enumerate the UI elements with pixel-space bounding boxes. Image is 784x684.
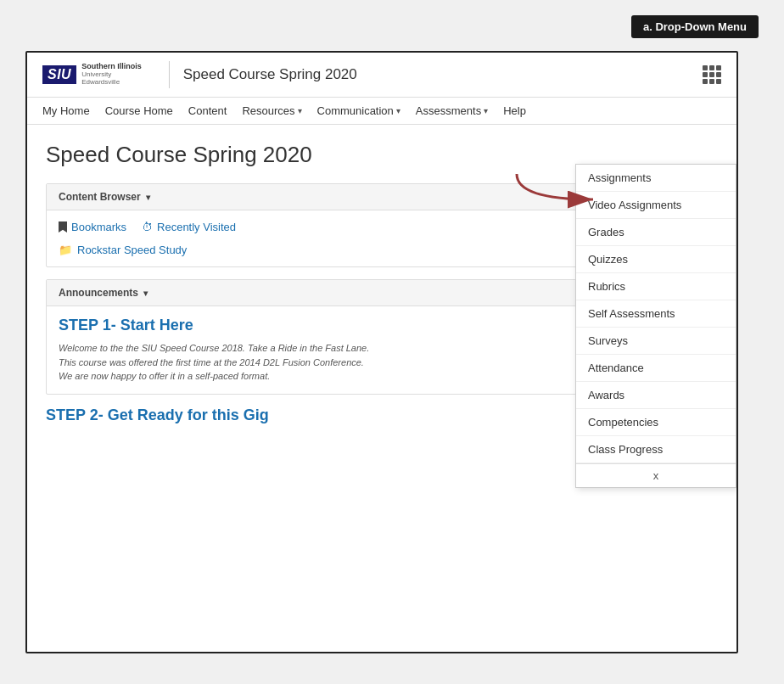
nav-communication-label: Communication — [317, 104, 394, 117]
content-area: Speed Course Spring 2020 Content Browser… — [27, 125, 736, 441]
nav-resources[interactable]: Resources ▾ — [242, 104, 301, 117]
dropdown-item-surveys[interactable]: Surveys — [576, 328, 736, 355]
grid-dot — [703, 72, 708, 77]
dropdown-item-class-progress[interactable]: Class Progress — [576, 436, 736, 463]
annotation-label: a. Drop-Down Menu — [631, 15, 759, 38]
grid-dot — [709, 65, 714, 70]
dropdown-item-rubrics[interactable]: Rubrics — [576, 273, 736, 300]
dropdown-item-quizzes[interactable]: Quizzes — [576, 246, 736, 273]
dropdown-item-self-assessments[interactable]: Self Assessments — [576, 300, 736, 328]
chevron-down-icon: ▾ — [143, 289, 148, 298]
university-location: Edwardsville — [81, 79, 142, 87]
siu-block: SIU — [42, 65, 76, 84]
recently-visited-icon: ⏱ — [142, 221, 153, 233]
chevron-down-icon: ▾ — [484, 106, 488, 115]
chevron-down-icon: ▾ — [298, 106, 302, 115]
header-divider — [169, 61, 170, 88]
dropdown-item-awards[interactable]: Awards — [576, 382, 736, 409]
grid-dot — [709, 72, 714, 77]
grid-dot — [703, 65, 708, 70]
nav-my-home[interactable]: My Home — [42, 104, 90, 117]
chevron-down-icon: ▾ — [396, 106, 400, 115]
siu-text-block: Southern Illinois University Edwardsvill… — [81, 63, 142, 86]
dropdown-close-button[interactable]: x — [576, 463, 736, 487]
folder-icon: 📁 — [59, 244, 72, 256]
browser-frame: SIU Southern Illinois University Edwards… — [25, 51, 738, 653]
arrow-annotation — [508, 165, 610, 216]
nav-assessments-label: Assessments — [416, 104, 481, 117]
siu-logo: SIU Southern Illinois University Edwards… — [42, 63, 142, 86]
nav-bar: My Home Course Home Content Resources ▾ … — [27, 98, 736, 125]
nav-help[interactable]: Help — [503, 104, 526, 117]
grid-dot — [716, 72, 721, 77]
dropdown-item-grades[interactable]: Grades — [576, 219, 736, 246]
content-browser-label: Content Browser — [59, 191, 141, 203]
recently-visited-label: Recently Visited — [157, 221, 236, 233]
grid-dot — [716, 79, 721, 84]
grid-dot — [709, 79, 714, 84]
nav-resources-label: Resources — [242, 104, 294, 117]
grid-dot — [703, 79, 708, 84]
folder-label: Rockstar Speed Study — [77, 244, 187, 256]
nav-course-home[interactable]: Course Home — [105, 104, 173, 117]
dropdown-item-competencies[interactable]: Competencies — [576, 409, 736, 436]
header-bar: SIU Southern Illinois University Edwards… — [27, 53, 736, 98]
nav-assessments[interactable]: Assessments ▾ — [416, 104, 488, 117]
bookmarks-label: Bookmarks — [71, 221, 126, 233]
bookmark-icon — [59, 221, 67, 233]
dropdown-item-attendance[interactable]: Attendance — [576, 355, 736, 382]
recently-visited-link[interactable]: ⏱ Recently Visited — [142, 221, 236, 233]
bookmarks-link[interactable]: Bookmarks — [59, 221, 126, 233]
chevron-down-icon: ▾ — [146, 193, 150, 202]
grid-icon[interactable] — [703, 65, 721, 84]
nav-content[interactable]: Content — [188, 104, 227, 117]
grid-dot — [716, 65, 721, 70]
nav-communication[interactable]: Communication ▾ — [317, 104, 400, 117]
header-course-title: Speed Course Spring 2020 — [183, 66, 703, 83]
announcements-label: Announcements — [59, 287, 138, 299]
